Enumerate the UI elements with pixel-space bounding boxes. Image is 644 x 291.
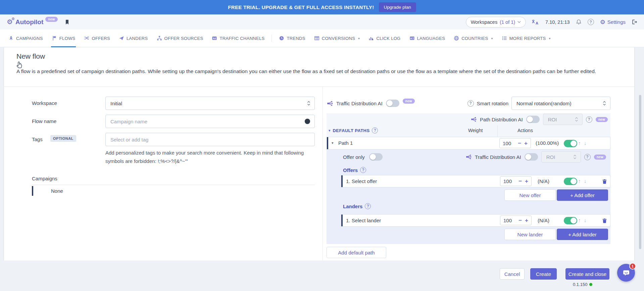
nav-item-offer-sources[interactable]: OFFER SOURCES xyxy=(152,30,208,47)
add-default-path-button[interactable]: Add default path xyxy=(327,247,386,258)
help-icon[interactable]: ? xyxy=(584,154,591,160)
bookmark-icon[interactable] xyxy=(64,19,70,25)
minus-icon[interactable]: − xyxy=(518,218,522,223)
lander-row-label[interactable]: 1. Select lander xyxy=(346,218,381,223)
nav-item-trends[interactable]: TRENDS xyxy=(275,30,309,47)
header-right: Workspaces (1 of 1) X̄ A 7.10, 21:13 ? ⚙… xyxy=(466,17,637,27)
path-enabled-toggle[interactable] xyxy=(564,140,577,147)
help-icon[interactable]: ? xyxy=(372,127,378,133)
nav-label: OFFER SOURCES xyxy=(164,36,203,41)
minus-icon[interactable]: − xyxy=(518,178,522,184)
move-down-icon[interactable]: ↓ xyxy=(584,178,587,184)
path-traffic-ai-group: Traffic Distribution AI ROI ? new xyxy=(465,151,606,163)
distribution-header-row: Traffic Distribution AI new ? Smart rota… xyxy=(327,97,610,110)
move-down-icon[interactable]: ↓ xyxy=(584,140,587,146)
new-offer-button[interactable]: New offer xyxy=(504,189,556,201)
nav-item-landers[interactable]: LANDERS xyxy=(114,30,152,47)
app-window: FREE TRIAL. UPGRADE & GET FULL ACCESS IN… xyxy=(0,0,644,291)
flow-name-input[interactable] xyxy=(105,115,315,128)
campaigns-value: None xyxy=(51,188,63,194)
chat-widget-button[interactable]: 1 xyxy=(617,264,635,282)
settings-link[interactable]: ⚙ Settings xyxy=(600,19,626,25)
upgrade-plan-button[interactable]: Upgrade plan xyxy=(379,2,416,12)
offer-only-group: Offer only xyxy=(343,153,383,161)
landers-section-header: Landers ? xyxy=(343,203,371,209)
new-badge: new xyxy=(596,117,608,122)
traffic-ai-toggle[interactable] xyxy=(386,100,399,107)
vertical-scrollbar[interactable] xyxy=(639,95,641,249)
move-up-icon[interactable]: ↑ xyxy=(578,217,581,223)
nav-label: OFFERS xyxy=(92,36,110,41)
lander-weight-percent: (N/A) xyxy=(538,218,549,223)
workspace-select[interactable]: Initial xyxy=(105,97,315,110)
nav-item-campaigns[interactable]: CAMPAIGNS xyxy=(4,30,47,47)
plus-icon[interactable]: + xyxy=(524,140,528,146)
roi-value: ROI xyxy=(548,117,557,122)
new-lander-button[interactable]: New lander xyxy=(504,229,556,240)
minus-icon[interactable]: − xyxy=(518,140,521,146)
datetime-label: 7.10, 21:13 xyxy=(545,19,570,25)
nav-item-click-log[interactable]: CLICK LOG xyxy=(364,30,405,47)
create-button[interactable]: Create xyxy=(530,268,557,280)
offers-icon xyxy=(84,36,89,41)
nav-item-traffic-channels[interactable]: Ad TRAFFIC CHANNELS xyxy=(207,30,269,47)
brand[interactable]: ⚙⚙ Autopilot new xyxy=(7,18,58,26)
color-picker-dot[interactable] xyxy=(305,119,310,124)
help-icon[interactable]: ? xyxy=(588,19,594,25)
create-and-close-button[interactable]: Create and close xyxy=(565,268,609,280)
nav-item-flows[interactable]: FLOWS xyxy=(47,30,80,47)
nav-item-offers[interactable]: OFFERS xyxy=(80,30,114,47)
trial-banner: FREE TRIAL. UPGRADE & GET FULL ACCESS IN… xyxy=(0,0,644,14)
help-icon[interactable]: ? xyxy=(360,167,366,173)
path-ai-toggle[interactable] xyxy=(526,116,540,123)
nav-item-languages[interactable]: A LANGUAGES xyxy=(405,30,450,47)
add-lander-button[interactable]: + Add lander xyxy=(557,229,608,240)
add-offer-button[interactable]: + Add offer xyxy=(557,189,608,201)
ai-network-icon xyxy=(327,100,333,107)
sign-out-icon[interactable] xyxy=(632,19,637,25)
nav-item-conversions[interactable]: CONVERSIONS ▾ xyxy=(310,30,364,47)
path-ai-metric-select[interactable]: ROI xyxy=(543,114,583,125)
help-icon[interactable]: ? xyxy=(467,100,474,107)
offer-weight-value[interactable]: 100 xyxy=(503,178,515,184)
conversions-icon xyxy=(314,36,319,41)
translate-icon[interactable]: X̄ A xyxy=(532,19,539,25)
version-info: 0.1.150 xyxy=(573,282,592,287)
plus-icon[interactable]: + xyxy=(525,218,528,223)
chevron-down-icon: ▾ xyxy=(358,37,360,40)
chevron-down-icon[interactable]: ▾ xyxy=(332,141,334,145)
new-badge: new xyxy=(403,99,415,104)
cancel-button[interactable]: Cancel xyxy=(500,268,525,280)
tags-input[interactable] xyxy=(105,133,315,146)
move-down-icon[interactable]: ↓ xyxy=(584,217,587,223)
offer-only-toggle[interactable] xyxy=(369,153,383,161)
move-up-icon[interactable]: ↑ xyxy=(578,178,581,184)
smart-rotation-select[interactable]: Normal rotation(random) xyxy=(511,97,610,110)
nav-item-more-reports[interactable]: MORE REPORTS ▾ xyxy=(497,30,555,47)
campaign-item-bar xyxy=(32,186,33,196)
help-icon[interactable]: ? xyxy=(586,116,592,123)
offer-enabled-toggle[interactable] xyxy=(564,178,577,185)
plus-icon[interactable]: + xyxy=(525,178,528,184)
trash-icon[interactable] xyxy=(602,218,607,224)
path-traffic-ai-metric-select[interactable]: ROI xyxy=(541,151,581,163)
workspaces-selector[interactable]: Workspaces (1 of 1) xyxy=(466,17,526,27)
help-icon[interactable]: ? xyxy=(365,203,371,209)
bell-icon[interactable] xyxy=(576,19,582,25)
traffic-ai-group: Traffic Distribution AI new xyxy=(327,100,415,107)
path-traffic-ai-label: Traffic Distribution AI xyxy=(475,154,521,160)
move-up-icon[interactable]: ↑ xyxy=(578,140,581,146)
select-stepper-icon xyxy=(603,101,606,106)
path-traffic-ai-toggle[interactable] xyxy=(525,153,538,161)
lander-enabled-toggle[interactable] xyxy=(564,217,577,224)
offer-row-label[interactable]: 1. Select offer xyxy=(346,178,377,184)
divider xyxy=(323,86,323,260)
roi-value: ROI xyxy=(546,154,555,160)
trash-icon[interactable] xyxy=(602,178,607,184)
landers-title: Landers xyxy=(343,203,362,209)
path-weight-value[interactable]: 100 xyxy=(503,140,515,146)
nav-item-countries[interactable]: COUNTRIES ▾ xyxy=(449,30,497,47)
default-paths-header[interactable]: ▾ DEFAULT PATHS ? xyxy=(329,127,378,133)
lander-weight-value[interactable]: 100 xyxy=(503,218,515,223)
trends-icon xyxy=(279,36,284,41)
